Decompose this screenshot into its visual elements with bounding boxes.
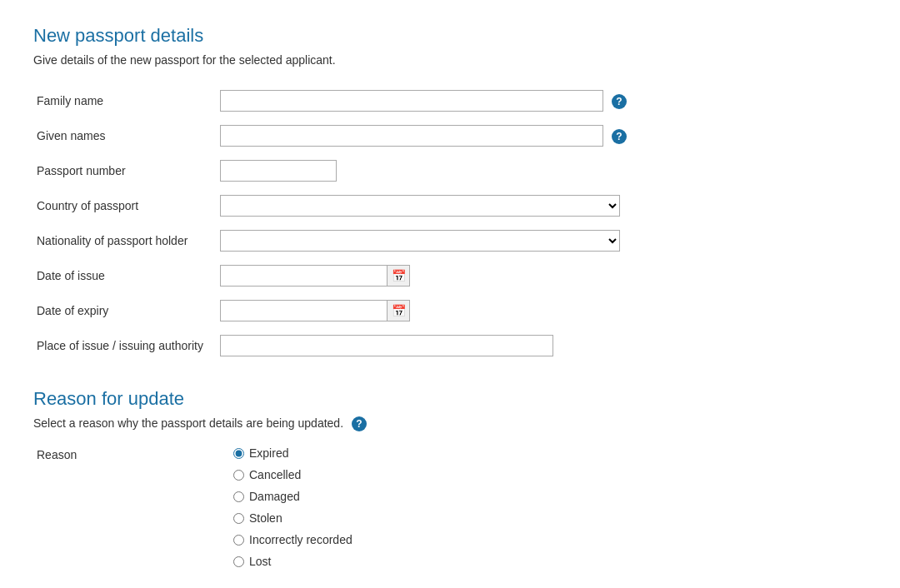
passport-details-form: Family name ? Given names ? Passport num… — [33, 83, 867, 363]
given-names-label: Given names — [33, 118, 217, 153]
family-name-help-icon[interactable]: ? — [612, 94, 627, 109]
reason-row: Reason Expired Cancelled Dam — [33, 443, 867, 576]
country-passport-row: Country of passport — [33, 188, 867, 223]
nationality-input-cell — [217, 223, 867, 258]
passport-number-label: Passport number — [33, 153, 217, 188]
passport-number-row: Passport number — [33, 153, 867, 188]
date-of-expiry-label: Date of expiry — [33, 293, 217, 328]
reason-damaged-radio[interactable] — [233, 491, 244, 502]
country-passport-select[interactable] — [220, 195, 620, 217]
section2-desc: Select a reason why the passport details… — [33, 416, 867, 431]
place-of-issue-row: Place of issue / issuing authority — [33, 328, 867, 363]
given-names-input-cell: ? — [217, 118, 867, 153]
reason-incorrectly-recorded-radio[interactable] — [233, 535, 244, 546]
family-name-row: Family name ? — [33, 83, 867, 118]
reason-cancelled-text: Cancelled — [249, 468, 301, 481]
place-of-issue-input[interactable] — [220, 335, 553, 356]
family-name-input-cell: ? — [217, 83, 867, 118]
country-passport-input-cell — [217, 188, 867, 223]
family-name-input[interactable] — [220, 90, 603, 112]
section2-desc-text: Select a reason why the passport details… — [33, 416, 343, 430]
reason-incorrectly-recorded-label[interactable]: Incorrectly recorded — [233, 533, 863, 546]
date-of-issue-wrapper: 📅 — [220, 265, 863, 287]
date-of-expiry-calendar-button[interactable]: 📅 — [387, 300, 410, 321]
date-of-issue-input-cell: 📅 — [217, 258, 867, 293]
reason-table: Reason Expired Cancelled Dam — [33, 443, 867, 576]
given-names-row: Given names ? — [33, 118, 867, 153]
given-names-help-icon[interactable]: ? — [612, 129, 627, 144]
reason-lost-radio[interactable] — [233, 556, 244, 567]
reason-options-cell: Expired Cancelled Damaged Stolen — [217, 443, 867, 576]
date-of-expiry-row: Date of expiry 📅 — [33, 293, 867, 328]
date-of-issue-label: Date of issue — [33, 258, 217, 293]
reason-radio-group: Expired Cancelled Damaged Stolen — [225, 446, 863, 573]
date-of-expiry-input[interactable] — [220, 300, 387, 321]
date-of-expiry-wrapper: 📅 — [220, 300, 863, 321]
country-passport-label: Country of passport — [33, 188, 217, 223]
reason-lost-text: Lost — [249, 555, 271, 568]
date-of-issue-calendar-button[interactable]: 📅 — [387, 265, 410, 287]
calendar-icon-expiry: 📅 — [392, 304, 406, 317]
nationality-select[interactable] — [220, 230, 620, 252]
reason-incorrectly-recorded-text: Incorrectly recorded — [249, 533, 352, 546]
section2-help-icon[interactable]: ? — [352, 416, 367, 431]
reason-stolen-label[interactable]: Stolen — [233, 511, 863, 525]
passport-number-input[interactable] — [220, 160, 337, 182]
reason-cancelled-radio[interactable] — [233, 470, 244, 481]
reason-expired-label[interactable]: Expired — [233, 446, 863, 460]
place-of-issue-label: Place of issue / issuing authority — [33, 328, 217, 363]
family-name-label: Family name — [33, 83, 217, 118]
reason-damaged-label[interactable]: Damaged — [233, 490, 863, 503]
date-of-expiry-input-cell: 📅 — [217, 293, 867, 328]
reason-stolen-radio[interactable] — [233, 513, 244, 524]
reason-label: Reason — [33, 443, 217, 576]
section1-title: New passport details — [33, 25, 867, 47]
reason-for-update-section: Reason for update Select a reason why th… — [33, 388, 867, 576]
reason-stolen-text: Stolen — [249, 511, 282, 525]
section1-desc: Give details of the new passport for the… — [33, 53, 867, 67]
reason-expired-radio[interactable] — [233, 448, 244, 459]
date-of-issue-row: Date of issue 📅 — [33, 258, 867, 293]
reason-cancelled-label[interactable]: Cancelled — [233, 468, 863, 481]
passport-number-input-cell — [217, 153, 867, 188]
nationality-label: Nationality of passport holder — [33, 223, 217, 258]
section2-title: Reason for update — [33, 388, 867, 410]
calendar-icon: 📅 — [392, 269, 406, 282]
reason-expired-text: Expired — [249, 446, 288, 460]
date-of-issue-input[interactable] — [220, 265, 387, 287]
reason-lost-label[interactable]: Lost — [233, 555, 863, 568]
given-names-input[interactable] — [220, 125, 603, 147]
nationality-row: Nationality of passport holder — [33, 223, 867, 258]
reason-damaged-text: Damaged — [249, 490, 300, 503]
place-of-issue-input-cell — [217, 328, 867, 363]
